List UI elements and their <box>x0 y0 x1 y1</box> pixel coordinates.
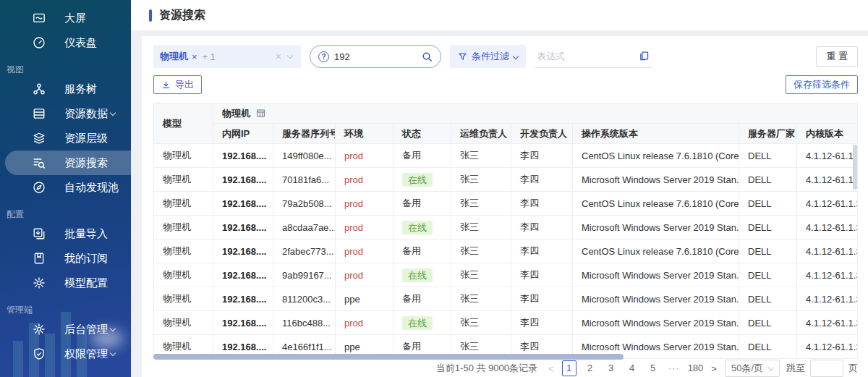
table-row[interactable]: 物理机192.168....2fabec773...prod备用张三李四Cent… <box>154 240 858 263</box>
cell-ip: 192.168.... <box>213 311 273 335</box>
cell-status: 备用 <box>393 144 451 168</box>
main-area: 资源搜索 物理机 × + 1 × ? <box>131 0 868 377</box>
cell-env: prod <box>336 216 393 240</box>
page-button-2[interactable]: 2 <box>583 360 597 376</box>
sidebar-item-model-config[interactable]: 模型配置 <box>5 271 131 295</box>
pagination-next[interactable]: > <box>710 363 718 374</box>
cell-env: prod <box>336 263 393 287</box>
cell-os: Microsoft Windows Server 2019 Stan... <box>573 263 739 287</box>
sidebar-item-resource-data[interactable]: 资源数据 <box>5 101 131 126</box>
layers-icon <box>33 132 46 145</box>
copy-icon[interactable] <box>639 51 650 62</box>
results-table-wrap: 模型 物理机 <box>153 103 858 360</box>
page-header: 资源搜索 <box>131 0 868 30</box>
page-button-3[interactable]: 3 <box>604 360 618 376</box>
cell-ops: 张三 <box>451 216 511 240</box>
page-jump-input[interactable] <box>810 360 843 377</box>
cell-serial: 2fabec773... <box>273 240 336 263</box>
table-row[interactable]: 物理机192.168....a8cdaa7ae...prod在线张三李四Micr… <box>154 216 858 240</box>
sidebar-item-my-subscriptions[interactable]: 我的订阅 <box>5 246 131 271</box>
column-header: 服务器序列号 <box>273 124 336 144</box>
cell-dev: 李四 <box>511 240 573 263</box>
status-badge: 在线 <box>402 316 433 330</box>
page-button-5[interactable]: 5 <box>646 360 660 376</box>
cell-status: 在线 <box>393 263 451 287</box>
cell-ops: 张三 <box>451 263 511 287</box>
status-badge: 备用 <box>402 245 421 256</box>
column-settings-icon[interactable] <box>256 109 265 118</box>
column-header: 内核版本 <box>797 124 858 144</box>
model-select[interactable]: 物理机 × + 1 × <box>153 45 301 68</box>
cell-status: 备用 <box>393 192 451 216</box>
sidebar-item-label: 批量导入 <box>64 227 108 241</box>
table-row[interactable]: 物理机192.168....70181fa6...prod在线张三李四Micro… <box>154 168 858 192</box>
sidebar-item-label: 服务树 <box>64 82 97 96</box>
table-row[interactable]: 物理机192.168....149ff080e...prod备用张三李四Cent… <box>154 144 858 168</box>
page-button-180[interactable]: 180 <box>688 360 704 376</box>
cell-os: CentOS Linux release 7.6.1810 (Core) <box>573 192 739 216</box>
cell-os: Microsoft Windows Server 2019 Stan... <box>573 311 739 335</box>
search-icon[interactable] <box>422 51 433 62</box>
cell-serial: 149ff080e... <box>273 144 336 168</box>
column-header: 状态 <box>393 124 451 144</box>
page-size-select[interactable]: 50条/页 <box>725 360 780 377</box>
table-row[interactable]: 物理机192.168....9ab99167...prod在线张三李四Micro… <box>154 263 858 287</box>
sidebar-item-label: 资源数据 <box>64 107 108 121</box>
cell-ops: 张三 <box>451 240 511 263</box>
cell-kernel: 4.1.12-61.1.33. <box>797 335 858 359</box>
pagination-prev[interactable]: < <box>547 363 556 374</box>
sidebar-item-dashboard[interactable]: 仪表盘 <box>5 30 131 55</box>
chevron-down-icon <box>513 53 519 59</box>
cell-kernel: 4.1.12-61.1.33. <box>797 192 858 216</box>
sidebar-item-resource-hierarchy[interactable]: 资源层级 <box>5 126 131 151</box>
status-badge: 在线 <box>402 221 433 234</box>
cell-vendor: DELL <box>739 311 797 335</box>
download-icon <box>161 80 171 90</box>
shield-icon <box>33 347 46 360</box>
select-caret-icon[interactable] <box>287 52 293 58</box>
select-clear-icon[interactable]: × <box>276 51 281 62</box>
cell-os: CentOS Linux release 7.6.1810 (Core) <box>573 144 739 168</box>
vertical-scrollbar[interactable] <box>853 145 857 190</box>
save-filter-button[interactable]: 保存筛选条件 <box>786 75 858 94</box>
cell-env: prod <box>336 192 393 216</box>
export-button[interactable]: 导出 <box>153 75 202 94</box>
group-header-label: 物理机 <box>222 107 250 120</box>
sidebar-section-label: 视图 <box>0 62 131 77</box>
horizontal-scrollbar[interactable] <box>153 354 624 360</box>
status-badge: 备用 <box>402 341 421 352</box>
page-title: 资源搜索 <box>159 8 205 23</box>
sidebar-item-label: 自动发现池 <box>64 181 119 195</box>
cell-ip: 192.168.... <box>213 168 273 192</box>
cell-model: 物理机 <box>154 216 213 240</box>
reset-button[interactable]: 重 置 <box>816 46 858 67</box>
sidebar-item-permission-admin[interactable]: 权限管理 <box>5 342 131 366</box>
tag-remove-icon[interactable]: × <box>192 51 197 62</box>
sidebar-item-label: 模型配置 <box>64 276 108 290</box>
page-button-1[interactable]: 1 <box>562 360 576 376</box>
title-accent-bar <box>149 9 152 22</box>
sidebar-item-batch-import[interactable]: 批量导入 <box>5 221 131 246</box>
sidebar-item-label: 仪表盘 <box>64 36 97 50</box>
model-more-count: + 1 <box>203 51 216 62</box>
action-row: 导出 保存筛选条件 <box>153 75 858 94</box>
pagination: 当前1-50 共 9000条记录 < 12345···180 > 50条/页 跳… <box>153 360 858 377</box>
cell-model: 物理机 <box>154 192 213 216</box>
sidebar-item-backend-admin[interactable]: 后台管理 <box>5 317 131 342</box>
cell-status: 在线 <box>393 311 451 335</box>
sidebar-item-big-screen[interactable]: 大屏 <box>5 6 131 30</box>
sidebar-item-service-tree[interactable]: 服务树 <box>5 77 131 101</box>
table-row[interactable]: 物理机192.168....79a2b508...prod备用张三李四CentO… <box>154 192 858 216</box>
condition-filter-dropdown[interactable]: 条件过滤 <box>450 45 526 68</box>
sidebar-item-resource-search[interactable]: 资源搜索 <box>5 151 131 175</box>
expression-input[interactable] <box>537 51 639 62</box>
cell-env: prod <box>336 311 393 335</box>
sidebar-item-auto-discovery-pool[interactable]: 自动发现池 <box>5 175 131 200</box>
table-row[interactable]: 物理机192.168....116bc488...prod在线张三李四Micro… <box>154 311 858 335</box>
table-row[interactable]: 物理机192.168....811200c3...ppe备用张三李四Micros… <box>154 287 858 311</box>
page-button-4[interactable]: 4 <box>625 360 639 376</box>
status-badge: 在线 <box>402 268 433 282</box>
cell-ip: 192.168.... <box>213 263 273 287</box>
search-box: ? <box>310 45 441 68</box>
search-input[interactable] <box>334 51 417 62</box>
